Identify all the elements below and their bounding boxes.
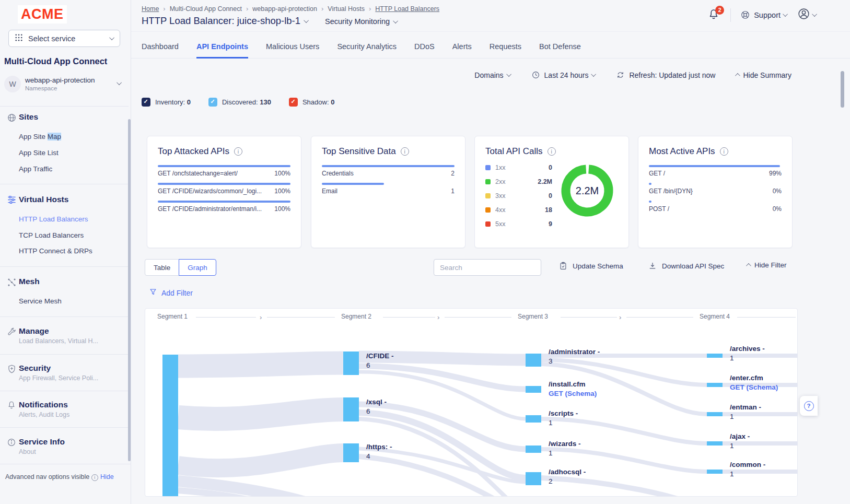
info-icon[interactable]: i xyxy=(548,147,556,156)
sankey-node-root[interactable] xyxy=(162,355,178,497)
add-filter-button[interactable]: Add Filter xyxy=(149,288,193,298)
node-label-enter-cfm: /enter.cfmGET (Schema) xyxy=(730,373,778,392)
sankey-node-adhocsql[interactable] xyxy=(526,472,541,485)
breadcrumb-namespace[interactable]: webapp-api-protection xyxy=(252,5,317,13)
legend-swatch xyxy=(485,165,491,170)
globe-icon xyxy=(7,113,17,125)
tab-security-analytics[interactable]: Security Analytics xyxy=(337,32,397,58)
sankey-node-archives[interactable] xyxy=(707,354,723,358)
info-icon[interactable]: i xyxy=(401,147,409,156)
card-top-attacked-apis: Top Attacked APIsi GET /oncfstatechange=… xyxy=(147,136,301,248)
checkbox-checked-icon[interactable] xyxy=(289,98,298,107)
breadcrumb-mcac[interactable]: Multi-Cloud App Connect xyxy=(170,5,242,13)
tab-api-endpoints[interactable]: API Endpoints xyxy=(196,32,248,58)
info-icon[interactable]: i xyxy=(234,147,242,156)
legend-swatch xyxy=(485,179,491,184)
namespace-chevron-icon[interactable] xyxy=(117,80,122,85)
filter-discovered[interactable]: Discovered: 130 xyxy=(208,98,271,107)
tab-bot-defense[interactable]: Bot Defense xyxy=(539,32,581,58)
funnel-icon xyxy=(149,288,157,298)
sidebar-section-mesh[interactable]: Mesh xyxy=(19,277,40,286)
sidebar-item-tcp-load-balancers[interactable]: TCP Load Balancers xyxy=(19,231,84,239)
sankey-node-administrator[interactable] xyxy=(526,354,541,367)
filter-shadow[interactable]: Shadow: 0 xyxy=(289,98,334,107)
sidebar-section-service-info[interactable]: Service Info xyxy=(19,437,65,447)
tab-alerts[interactable]: Alerts xyxy=(452,32,472,58)
info-icon[interactable]: i xyxy=(720,147,728,156)
filter-inventory[interactable]: Inventory: 0 xyxy=(142,98,191,107)
sidebar-footer: Advanced nav options visible i Hide xyxy=(0,464,131,504)
sankey-node-wizards[interactable] xyxy=(526,446,541,453)
top-bar: Home› Multi-Cloud App Connect› webapp-ap… xyxy=(131,0,850,32)
legend-row: 5xx9 xyxy=(485,220,552,228)
metric-row: Email1 xyxy=(322,187,455,195)
card-most-active-apis: Most Active APIsi GET /99% GET /bin/{DYN… xyxy=(638,136,793,248)
security-monitoring-menu[interactable]: Security Monitoring xyxy=(325,17,398,26)
sidebar-item-service-mesh[interactable]: Service Mesh xyxy=(19,297,62,305)
notifications-bell-button[interactable]: 2 xyxy=(707,8,721,22)
sankey-node-cfide[interactable] xyxy=(343,351,359,375)
sankey-node-common[interactable] xyxy=(707,470,723,474)
download-api-spec-button[interactable]: Download API Spec xyxy=(648,261,724,271)
chevron-down-icon xyxy=(109,35,114,40)
sidebar-item-app-site-list[interactable]: App Site List xyxy=(19,149,59,157)
sidebar-item-app-traffic[interactable]: App Traffic xyxy=(19,165,52,173)
tab-requests[interactable]: Requests xyxy=(490,32,521,58)
checkbox-checked-icon[interactable] xyxy=(142,98,150,107)
sidebar-section-manage[interactable]: Manage xyxy=(19,326,49,336)
page-scrollbar[interactable] xyxy=(841,71,844,108)
refresh-button[interactable]: Refresh: Updated just now xyxy=(616,71,715,79)
sankey-node-entman[interactable] xyxy=(707,412,723,416)
update-schema-button[interactable]: Update Schema xyxy=(558,261,623,271)
sidebar-item-http-load-balancers[interactable]: HTTP Load Balancers xyxy=(19,215,88,223)
wrench-icon xyxy=(7,327,17,339)
sidebar-item-http-connect-drps[interactable]: HTTP Connect & DRPs xyxy=(19,247,92,255)
schema-link[interactable]: GET (Schema) xyxy=(549,389,597,398)
chevron-down-icon[interactable] xyxy=(304,18,309,23)
sankey-node-https[interactable] xyxy=(343,443,359,462)
node-label-common: /common -1 xyxy=(730,460,765,478)
sidebar-section-sites[interactable]: Sites xyxy=(19,112,38,122)
hide-filter-button[interactable]: Hide Filter xyxy=(746,261,787,269)
select-service-label: Select service xyxy=(28,34,75,43)
sidebar-item-app-site-map[interactable]: App Site Map xyxy=(19,133,61,140)
tab-dashboard[interactable]: Dashboard xyxy=(142,32,179,58)
search-input[interactable] xyxy=(434,259,541,276)
breadcrumb-http-lbs[interactable]: HTTP Load Balancers xyxy=(375,5,439,13)
support-button[interactable]: Support xyxy=(740,10,788,20)
sankey-node-enter-cfm[interactable] xyxy=(707,383,723,387)
hide-nav-link[interactable]: Hide xyxy=(100,473,114,480)
table-view-button[interactable]: Table xyxy=(145,259,179,276)
legend-row: 2xx2.2M xyxy=(485,178,552,185)
sidebar-scrollbar[interactable] xyxy=(128,119,131,461)
checkbox-checked-icon[interactable] xyxy=(208,98,217,107)
sankey-node-xsql[interactable] xyxy=(343,397,359,421)
breadcrumb-virtual-hosts[interactable]: Virtual Hosts xyxy=(328,5,365,13)
select-service-dropdown[interactable]: Select service xyxy=(8,30,120,47)
sidebar-section-virtual-hosts[interactable]: Virtual Hosts xyxy=(19,195,68,204)
metric-row: POST /0% xyxy=(649,205,782,213)
sankey-node-ajax[interactable] xyxy=(707,441,723,446)
tab-ddos[interactable]: DDoS xyxy=(414,32,435,58)
hide-summary-button[interactable]: Hide Summary xyxy=(735,71,791,79)
legend-row: 3xx0 xyxy=(485,192,552,200)
support-ring-icon xyxy=(740,10,750,20)
time-range-dropdown[interactable]: Last 24 hours xyxy=(531,71,597,79)
sidebar-section-notifications[interactable]: Notifications xyxy=(19,400,68,409)
sidebar-section-security[interactable]: Security xyxy=(19,364,51,373)
domains-dropdown[interactable]: Domains xyxy=(474,71,511,79)
card-title: Total API Callsi xyxy=(485,146,618,157)
user-menu-button[interactable] xyxy=(797,7,817,22)
graph-view-button[interactable]: Graph xyxy=(179,259,216,276)
acme-logo: ACME xyxy=(18,5,67,24)
help-button[interactable]: ? xyxy=(800,396,818,416)
tab-malicious-users[interactable]: Malicious Users xyxy=(266,32,319,58)
node-label-cfide: /CFIDE -6 xyxy=(366,351,394,370)
breadcrumb-home[interactable]: Home xyxy=(142,5,159,13)
tab-bar: Dashboard API Endpoints Malicious Users … xyxy=(131,32,850,58)
chevron-down-icon xyxy=(812,11,817,17)
sidebar: ACME Select service Multi-Cloud App Conn… xyxy=(0,0,131,504)
schema-link[interactable]: GET (Schema) xyxy=(730,383,778,392)
sankey-node-install-cfm[interactable] xyxy=(526,386,541,393)
sankey-node-scripts[interactable] xyxy=(526,415,541,423)
